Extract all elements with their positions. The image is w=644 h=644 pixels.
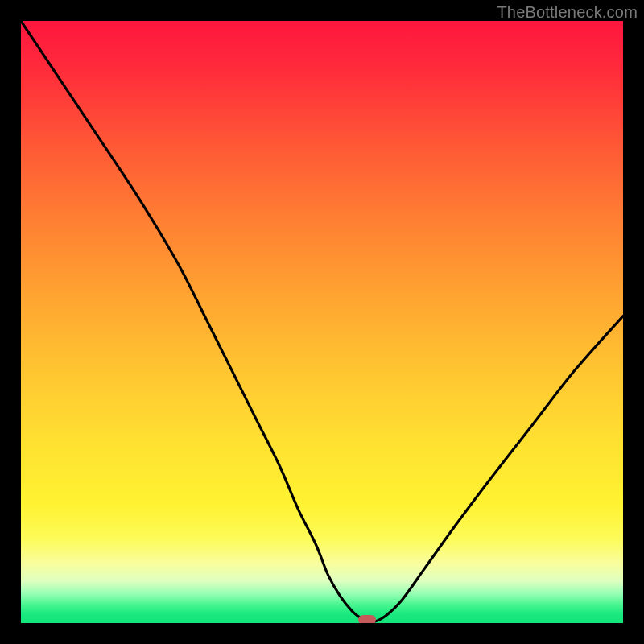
bottleneck-curve-path bbox=[21, 21, 623, 622]
chart-frame: TheBottleneck.com bbox=[0, 0, 644, 644]
plot-area bbox=[21, 21, 623, 623]
curve-layer bbox=[21, 21, 623, 623]
minimum-marker bbox=[358, 615, 376, 624]
watermark-text: TheBottleneck.com bbox=[497, 3, 638, 22]
